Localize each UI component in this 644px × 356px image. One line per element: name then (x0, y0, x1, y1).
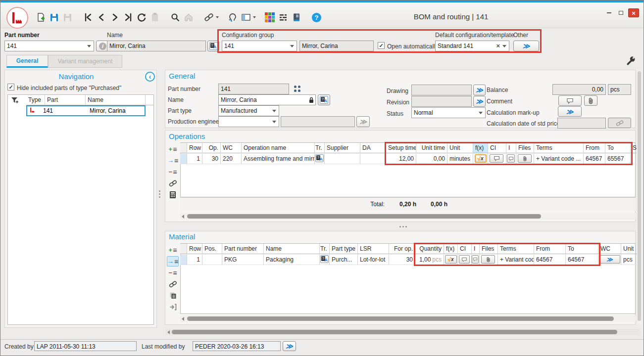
ops-col-op[interactable]: Op. (202, 143, 221, 153)
wrench-icon[interactable] (625, 56, 636, 69)
form-hscrollbar[interactable] (166, 329, 640, 335)
ops-col-ci[interactable]: CI (488, 143, 506, 153)
revision-more-button[interactable]: ≫ (473, 96, 486, 107)
production-engineer-more-button[interactable]: ≫ (356, 116, 370, 127)
first-record-icon[interactable] (81, 11, 95, 24)
link-dropdown-caret[interactable] (216, 16, 219, 18)
part-number-combobox[interactable]: 141 (4, 41, 94, 51)
insert-row-icon[interactable]: →≡ (167, 256, 179, 267)
ops-col-i[interactable]: I (506, 143, 516, 153)
part-type-combobox[interactable]: Manufactured (218, 105, 279, 116)
ops-col-unit[interactable]: Unit (447, 143, 473, 153)
panel-splitter-handle[interactable] (399, 226, 407, 227)
dots-menu-icon[interactable] (294, 86, 300, 92)
mat-col-row[interactable]: Row (187, 244, 202, 254)
mat-cell-i[interactable] (472, 255, 480, 265)
material-data-row[interactable]: 1 PKG Packaging ?A Purch... Lot-for-lot … (180, 255, 641, 265)
configuration-group-combobox[interactable]: 141 (222, 41, 297, 51)
minimize-button[interactable] (604, 9, 613, 17)
maximize-button[interactable] (616, 9, 625, 17)
nav-col-type[interactable]: Type (26, 95, 45, 105)
copy-rows-icon[interactable] (167, 290, 179, 301)
mat-col-wc[interactable]: WC (598, 244, 621, 254)
tab-variant-management[interactable]: Variant management (48, 55, 122, 68)
instruction-bubble-icon[interactable] (507, 154, 515, 163)
operations-hscrollbar[interactable] (180, 213, 636, 220)
ops-cell-ci[interactable] (488, 154, 506, 164)
ops-col-setup-time[interactable]: Setup time (386, 143, 416, 153)
calculation-markup-more-button[interactable]: ≫ (558, 106, 582, 117)
nav-splitter-handle[interactable] (159, 190, 160, 198)
general-translate-button[interactable]: ?A (318, 94, 330, 105)
listen-icon[interactable] (226, 11, 239, 24)
app-logo-factory-icon[interactable] (6, 7, 28, 29)
ops-col-from[interactable]: From (584, 143, 605, 153)
link-rows-icon[interactable] (167, 178, 179, 188)
production-engineer-name-field[interactable] (281, 116, 355, 127)
insert-row-icon[interactable]: →≡ (167, 155, 179, 166)
link-rows-icon[interactable] (167, 279, 179, 289)
comment-bubble-button[interactable] (558, 95, 582, 106)
mat-cell-wc[interactable]: ≫ (598, 255, 621, 265)
fx-formula-icon[interactable]: √x (445, 255, 457, 264)
operations-data-row[interactable]: 1 30 220 Assembling frame and mirror ?A … (180, 154, 637, 164)
mat-col-quantity[interactable]: Quantity (415, 244, 444, 254)
drawing-more-button[interactable]: ≫ (473, 85, 486, 95)
mat-col-from[interactable]: From (534, 244, 566, 254)
navigation-selected-row[interactable]: 141 Mirror, Carina (26, 105, 146, 116)
material-hscrollbar[interactable] (180, 315, 636, 322)
goto-part-icon[interactable] (167, 302, 179, 312)
remove-row-icon[interactable]: −≡ (167, 167, 179, 177)
mat-col-part-type[interactable]: Part type (330, 244, 358, 254)
mat-col-fx[interactable]: f(x) (444, 244, 458, 254)
reports-book-icon[interactable] (290, 11, 303, 24)
history-more-button[interactable]: ≫ (283, 341, 296, 351)
main-vscrollbar[interactable] (637, 70, 642, 325)
save-icon[interactable] (48, 11, 61, 24)
link-icon[interactable] (202, 11, 215, 24)
collapse-navigation-button[interactable]: ‹ (145, 72, 155, 82)
mat-col-for-op[interactable]: For op. (389, 244, 415, 254)
mat-col-name[interactable]: Name (264, 244, 320, 254)
hide-purchased-checkbox[interactable]: ✓ (7, 84, 14, 90)
ops-cell-files[interactable] (516, 154, 534, 164)
mat-col-lsr[interactable]: LSR (358, 244, 389, 254)
ops-col-operation-name[interactable]: Operation name (242, 143, 315, 153)
ops-cell-fx[interactable]: √x (473, 154, 488, 164)
general-part-number-field[interactable]: 141 (218, 84, 289, 94)
mat-cell-translate[interactable]: ?A (320, 255, 330, 265)
comment-attachment-button[interactable] (584, 95, 597, 106)
revision-field[interactable] (411, 96, 472, 107)
mat-col-i[interactable]: I (472, 244, 480, 254)
attachment-icon[interactable] (518, 154, 532, 163)
add-row-icon[interactable]: +≡ (167, 144, 179, 154)
new-document-icon[interactable] (34, 11, 48, 24)
ops-col-supplier[interactable]: Supplier (325, 143, 360, 153)
add-row-icon[interactable]: +≡ (167, 245, 179, 255)
color-grid-icon[interactable] (263, 11, 276, 24)
mat-col-files[interactable]: Files (480, 244, 498, 254)
mat-col-tr[interactable]: Tr. (320, 244, 330, 254)
ops-col-da[interactable]: DA (360, 143, 386, 153)
mat-cell-ci[interactable] (458, 255, 472, 265)
ops-cell-translate[interactable]: ?A (315, 154, 325, 164)
last-record-icon[interactable] (121, 11, 135, 24)
column-settings-icon[interactable] (276, 11, 290, 24)
filter-icon[interactable] (10, 96, 19, 106)
mat-col-pos[interactable]: Pos. (202, 244, 222, 254)
ops-cell-i[interactable] (506, 154, 516, 164)
previous-record-icon[interactable] (95, 11, 108, 24)
open-automatically-checkbox[interactable]: ✓ (378, 42, 385, 49)
next-record-icon[interactable] (108, 11, 121, 24)
mat-cell-files[interactable] (480, 255, 498, 265)
refresh-icon[interactable] (135, 11, 148, 24)
comment-internal-icon[interactable] (490, 154, 503, 163)
general-name-field[interactable]: Mirror, Carina (218, 94, 316, 105)
fx-formula-icon[interactable]: √x (475, 154, 487, 163)
ops-col-s[interactable]: S (631, 143, 637, 153)
drawing-field[interactable] (411, 85, 472, 95)
ops-col-files[interactable]: Files (516, 143, 534, 153)
ops-col-wc[interactable]: WC (221, 143, 242, 153)
translate-button[interactable]: ?A (207, 41, 219, 51)
mat-col-ci[interactable]: CI (458, 244, 472, 254)
